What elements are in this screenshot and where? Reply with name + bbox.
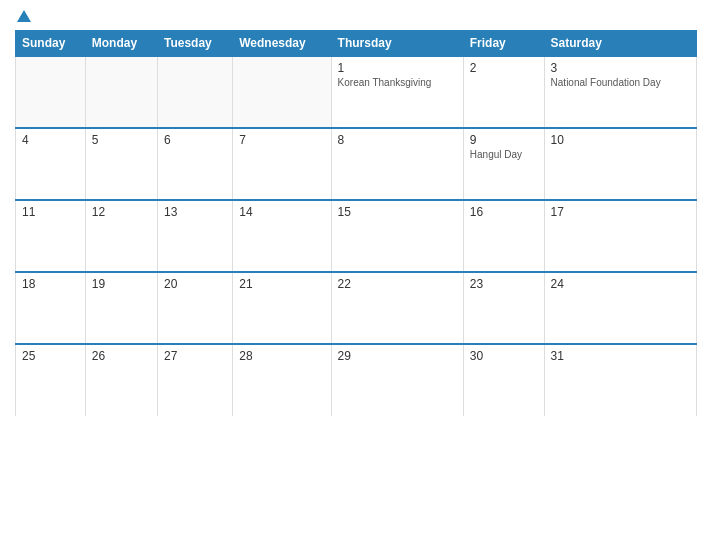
day-number: 22 bbox=[338, 277, 457, 291]
calendar-cell bbox=[16, 56, 86, 128]
day-number: 19 bbox=[92, 277, 151, 291]
calendar-cell: 12 bbox=[85, 200, 157, 272]
calendar-cell: 4 bbox=[16, 128, 86, 200]
weekday-header-sunday: Sunday bbox=[16, 31, 86, 57]
calendar-cell: 18 bbox=[16, 272, 86, 344]
calendar-cell: 3National Foundation Day bbox=[544, 56, 696, 128]
calendar-cell: 10 bbox=[544, 128, 696, 200]
calendar-cell bbox=[157, 56, 232, 128]
calendar-cell: 13 bbox=[157, 200, 232, 272]
calendar-cell: 5 bbox=[85, 128, 157, 200]
calendar-cell: 6 bbox=[157, 128, 232, 200]
weekday-header-friday: Friday bbox=[463, 31, 544, 57]
logo bbox=[15, 10, 31, 22]
logo-triangle-icon bbox=[17, 10, 31, 22]
calendar-cell: 29 bbox=[331, 344, 463, 416]
day-number: 7 bbox=[239, 133, 324, 147]
day-number: 31 bbox=[551, 349, 690, 363]
day-number: 11 bbox=[22, 205, 79, 219]
day-number: 5 bbox=[92, 133, 151, 147]
calendar-cell: 17 bbox=[544, 200, 696, 272]
calendar-cell bbox=[85, 56, 157, 128]
day-number: 15 bbox=[338, 205, 457, 219]
calendar-cell: 30 bbox=[463, 344, 544, 416]
calendar-cell: 19 bbox=[85, 272, 157, 344]
calendar-cell: 26 bbox=[85, 344, 157, 416]
calendar-cell: 1Korean Thanksgiving bbox=[331, 56, 463, 128]
day-number: 1 bbox=[338, 61, 457, 75]
day-number: 28 bbox=[239, 349, 324, 363]
calendar-cell: 23 bbox=[463, 272, 544, 344]
weekday-header-saturday: Saturday bbox=[544, 31, 696, 57]
weekday-header-monday: Monday bbox=[85, 31, 157, 57]
calendar-cell: 31 bbox=[544, 344, 696, 416]
week-row-2: 456789Hangul Day10 bbox=[16, 128, 697, 200]
calendar-cell: 14 bbox=[233, 200, 331, 272]
day-number: 27 bbox=[164, 349, 226, 363]
day-number: 24 bbox=[551, 277, 690, 291]
day-number: 20 bbox=[164, 277, 226, 291]
event-label: Korean Thanksgiving bbox=[338, 77, 432, 88]
calendar-cell: 20 bbox=[157, 272, 232, 344]
week-row-3: 11121314151617 bbox=[16, 200, 697, 272]
calendar-cell: 27 bbox=[157, 344, 232, 416]
logo-blue-text bbox=[15, 10, 31, 22]
event-label: Hangul Day bbox=[470, 149, 522, 160]
day-number: 13 bbox=[164, 205, 226, 219]
day-number: 29 bbox=[338, 349, 457, 363]
day-number: 25 bbox=[22, 349, 79, 363]
day-number: 17 bbox=[551, 205, 690, 219]
day-number: 21 bbox=[239, 277, 324, 291]
day-number: 10 bbox=[551, 133, 690, 147]
day-number: 16 bbox=[470, 205, 538, 219]
day-number: 4 bbox=[22, 133, 79, 147]
calendar-cell bbox=[233, 56, 331, 128]
calendar-cell: 16 bbox=[463, 200, 544, 272]
weekday-header-row: SundayMondayTuesdayWednesdayThursdayFrid… bbox=[16, 31, 697, 57]
calendar-cell: 24 bbox=[544, 272, 696, 344]
calendar-container: SundayMondayTuesdayWednesdayThursdayFrid… bbox=[0, 0, 712, 550]
day-number: 26 bbox=[92, 349, 151, 363]
day-number: 6 bbox=[164, 133, 226, 147]
calendar-cell: 15 bbox=[331, 200, 463, 272]
week-row-4: 18192021222324 bbox=[16, 272, 697, 344]
day-number: 3 bbox=[551, 61, 690, 75]
day-number: 2 bbox=[470, 61, 538, 75]
day-number: 14 bbox=[239, 205, 324, 219]
calendar-cell: 2 bbox=[463, 56, 544, 128]
weekday-header-wednesday: Wednesday bbox=[233, 31, 331, 57]
calendar-cell: 9Hangul Day bbox=[463, 128, 544, 200]
week-row-5: 25262728293031 bbox=[16, 344, 697, 416]
calendar-cell: 11 bbox=[16, 200, 86, 272]
day-number: 30 bbox=[470, 349, 538, 363]
calendar-cell: 28 bbox=[233, 344, 331, 416]
day-number: 12 bbox=[92, 205, 151, 219]
event-label: National Foundation Day bbox=[551, 77, 661, 88]
calendar-header bbox=[15, 10, 697, 22]
calendar-cell: 7 bbox=[233, 128, 331, 200]
calendar-cell: 25 bbox=[16, 344, 86, 416]
calendar-cell: 21 bbox=[233, 272, 331, 344]
calendar-table: SundayMondayTuesdayWednesdayThursdayFrid… bbox=[15, 30, 697, 416]
calendar-cell: 22 bbox=[331, 272, 463, 344]
week-row-1: 1Korean Thanksgiving23National Foundatio… bbox=[16, 56, 697, 128]
day-number: 18 bbox=[22, 277, 79, 291]
weekday-header-tuesday: Tuesday bbox=[157, 31, 232, 57]
day-number: 8 bbox=[338, 133, 457, 147]
day-number: 9 bbox=[470, 133, 538, 147]
weekday-header-thursday: Thursday bbox=[331, 31, 463, 57]
day-number: 23 bbox=[470, 277, 538, 291]
calendar-cell: 8 bbox=[331, 128, 463, 200]
